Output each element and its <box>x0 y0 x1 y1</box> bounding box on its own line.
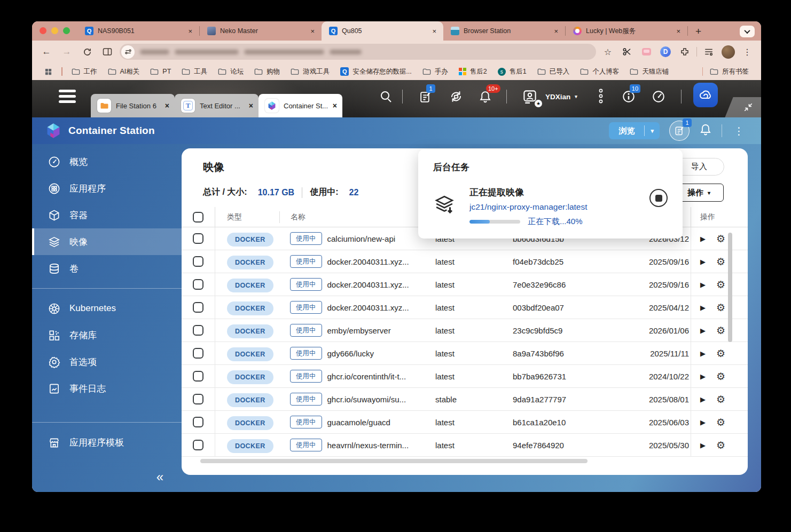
chevron-down-icon[interactable]: ▾ <box>645 128 660 134</box>
bookmark-folder[interactable]: 购物 <box>249 65 285 78</box>
tab-nas90b051[interactable]: Q NAS90B051 × <box>77 21 199 41</box>
browse-button[interactable]: 浏览 ▾ <box>609 122 660 139</box>
vertical-scrollbar[interactable] <box>728 233 732 342</box>
background-tasks-icon[interactable]: 1 <box>417 88 434 105</box>
row-checkbox[interactable] <box>193 256 203 267</box>
horizontal-scrollbar[interactable] <box>200 459 588 463</box>
tab-lucky[interactable]: Lucky | Web服务 × <box>566 21 687 41</box>
bookmark-folder[interactable]: 已导入 <box>532 65 575 78</box>
sidebar-item-preferences[interactable]: 首选项 <box>32 348 182 375</box>
bookmark-folder[interactable]: 游戏工具 <box>286 65 334 78</box>
bookmark-folder[interactable]: PT <box>145 65 176 78</box>
bookmark-folder[interactable]: 工具 <box>177 65 212 78</box>
bookmark-folder[interactable]: 手办 <box>418 65 453 78</box>
profile-avatar[interactable] <box>720 44 735 59</box>
site-settings-icon[interactable] <box>121 45 135 59</box>
bookmark-folder[interactable]: 论坛 <box>213 65 248 78</box>
reload-button[interactable] <box>79 44 95 60</box>
row-checkbox[interactable] <box>193 371 203 382</box>
settings-gear-icon[interactable]: ⚙ <box>716 324 725 337</box>
reading-list-icon[interactable] <box>701 44 716 59</box>
close-tab-icon[interactable]: × <box>186 27 194 35</box>
sidebar-item-registries[interactable]: 存储库 <box>32 322 182 348</box>
task-image-name[interactable]: jc21/nginx-proxy-manager:latest <box>469 202 588 212</box>
sidebar-item-applications[interactable]: 应用程序 <box>32 175 182 202</box>
row-checkbox[interactable] <box>193 348 203 359</box>
sidebar-item-volumes[interactable]: 卷 <box>32 255 182 282</box>
resource-monitor-icon[interactable]: 10 <box>620 88 637 105</box>
sidebar-item-overview[interactable]: 概览 <box>32 148 182 175</box>
qnap-tab-file-station[interactable]: File Station 6 × <box>91 94 175 117</box>
run-icon[interactable]: ▶ <box>700 350 706 358</box>
run-icon[interactable]: ▶ <box>700 372 706 380</box>
bookmark-folder[interactable]: 工作 <box>67 65 102 78</box>
forward-button[interactable]: → <box>59 44 75 60</box>
side-panel-button[interactable] <box>99 44 115 60</box>
settings-gear-icon[interactable]: ⚙ <box>716 233 725 245</box>
search-icon[interactable] <box>378 88 395 105</box>
main-menu-icon[interactable] <box>59 90 76 103</box>
run-icon[interactable]: ▶ <box>700 235 706 243</box>
notifications-bell-icon[interactable] <box>699 123 712 138</box>
bookmark-qnap[interactable]: Q安全储存您的数据... <box>335 65 416 78</box>
bookmark-all-bookmarks[interactable]: 所有书签 <box>694 65 754 78</box>
qnap-tab-text-editor[interactable]: T Text Editor ... × <box>175 94 259 117</box>
settings-gear-icon[interactable]: ⚙ <box>716 301 725 314</box>
tab-neko-master[interactable]: Neko Master × <box>200 21 322 41</box>
run-icon[interactable]: ▶ <box>700 281 706 289</box>
run-icon[interactable]: ▶ <box>700 395 706 403</box>
row-checkbox[interactable] <box>193 233 203 244</box>
sidebar-item-event-logs[interactable]: 事件日志 <box>32 375 182 402</box>
collapse-desktop-icon[interactable] <box>725 97 761 117</box>
run-icon[interactable]: ▶ <box>700 441 706 449</box>
run-icon[interactable]: ▶ <box>700 258 706 266</box>
settings-gear-icon[interactable]: ⚙ <box>716 439 725 451</box>
sidebar-item-images[interactable]: 映像 <box>32 228 182 255</box>
settings-gear-icon[interactable]: ⚙ <box>716 416 725 428</box>
background-tasks-button[interactable]: 1 <box>669 121 690 141</box>
d-extension-icon[interactable]: D <box>658 44 673 59</box>
run-icon[interactable]: ▶ <box>700 418 706 426</box>
sidebar-item-kubernetes[interactable]: Kubernetes <box>32 295 182 322</box>
settings-gear-icon[interactable]: ⚙ <box>716 393 725 406</box>
extensions-puzzle-icon[interactable] <box>677 44 692 59</box>
sidebar-item-containers[interactable]: 容器 <box>32 202 182 228</box>
settings-gear-icon[interactable]: ⚙ <box>716 256 725 268</box>
settings-gear-icon[interactable]: ⚙ <box>716 370 725 383</box>
row-checkbox[interactable] <box>193 440 203 450</box>
minimize-window-button[interactable] <box>51 27 58 34</box>
close-tab-icon[interactable]: × <box>552 27 560 35</box>
bookmark-folder[interactable]: AI相关 <box>103 65 145 78</box>
row-checkbox[interactable] <box>193 325 203 336</box>
tab-search-menu-button[interactable] <box>740 26 755 37</box>
notifications-bell-icon[interactable]: 10+ <box>476 88 494 105</box>
run-icon[interactable]: ▶ <box>700 304 706 312</box>
close-icon[interactable]: × <box>249 101 253 110</box>
close-icon[interactable]: × <box>165 101 169 110</box>
settings-gear-icon[interactable]: ⚙ <box>716 279 725 291</box>
close-tab-icon[interactable]: × <box>430 27 438 35</box>
options-dots-icon[interactable] <box>592 88 609 105</box>
close-tab-icon[interactable]: × <box>309 27 316 35</box>
bookmark-sharepoint[interactable]: s售后1 <box>493 65 531 78</box>
settings-gear-icon[interactable]: ⚙ <box>716 347 725 360</box>
user-icon[interactable]: ★ <box>520 88 540 105</box>
row-checkbox[interactable] <box>193 394 203 404</box>
select-all-checkbox[interactable] <box>193 212 203 223</box>
dashboard-gauge-icon[interactable] <box>650 88 667 105</box>
sync-backup-icon[interactable] <box>448 88 465 105</box>
close-icon[interactable]: × <box>333 101 337 110</box>
myqnapcloud-icon[interactable] <box>693 83 718 107</box>
bookmark-star-icon[interactable]: ☆ <box>600 44 615 59</box>
screenshot-extension-icon[interactable] <box>620 44 635 59</box>
tv-extension-icon[interactable] <box>639 44 654 59</box>
bookmark-folder[interactable]: 个人博客 <box>575 65 624 78</box>
bookmark-folder[interactable]: 天猫店铺 <box>625 65 673 78</box>
tab-qu805-active[interactable]: Q Qu805 × <box>322 21 443 41</box>
bookmark-apps-grid[interactable] <box>40 65 57 78</box>
browser-menu-icon[interactable]: ⋮ <box>740 44 755 59</box>
qnap-tab-container-station[interactable]: Container St... × <box>259 94 342 117</box>
row-checkbox[interactable] <box>193 417 203 427</box>
tab-browser-station[interactable]: Browser Station × <box>443 21 565 41</box>
app-menu-icon[interactable]: ⋮ <box>732 125 746 137</box>
